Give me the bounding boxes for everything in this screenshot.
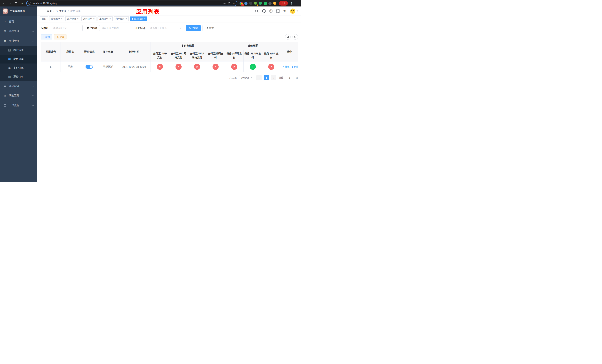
close-icon[interactable]: ×: [93, 18, 95, 20]
app-name-input[interactable]: [51, 25, 83, 31]
goto-page-input[interactable]: [286, 75, 293, 80]
goto-unit: 页: [296, 76, 298, 79]
sidebar-item-home[interactable]: ◔ 首页: [0, 17, 37, 26]
browser-forward-button[interactable]: →: [7, 1, 13, 6]
browser-reload-button[interactable]: [13, 1, 19, 6]
col-alipay-qr: 支付宝扫码支付: [206, 50, 225, 62]
download-icon: [56, 36, 59, 38]
status-toggle[interactable]: [86, 65, 93, 69]
sidebar-item-dev-tools[interactable]: ▧ 研发工具: [0, 91, 37, 101]
extension-icon-7[interactable]: [269, 2, 272, 5]
browser-back-button[interactable]: ←: [1, 1, 7, 6]
col-status: 开启状态: [80, 42, 99, 62]
export-button[interactable]: 导出: [54, 34, 66, 39]
sidebar-toggle-icon[interactable]: [40, 10, 44, 12]
tab-merchant-info[interactable]: 商户信息 ×: [114, 16, 129, 21]
pagination: 共 1 条 10条/页 ‹ 1 › 前往 页: [41, 75, 298, 80]
close-icon[interactable]: ×: [61, 18, 62, 20]
chevron-down-icon: [32, 85, 34, 87]
bookmark-star-icon[interactable]: ☆: [233, 2, 235, 5]
sidebar: 芋道管理系统 ◔ 首页 ⚙ 系统管理 ¥ 支付管理 ▤ 商户信息: [0, 7, 37, 182]
chevron-down-icon: [32, 95, 34, 96]
status-select[interactable]: 请选择开启状态: [148, 25, 184, 31]
group-alipay-config: 支付宝配置: [151, 42, 225, 50]
alipay-app-status-icon: ×: [157, 64, 163, 70]
sidebar-item-app-info[interactable]: ▦ 应用信息: [0, 55, 37, 64]
close-icon[interactable]: ×: [144, 18, 146, 20]
avatar-emoji: [290, 8, 295, 14]
page-number-1[interactable]: 1: [264, 75, 269, 80]
search-icon[interactable]: [255, 9, 259, 13]
close-icon[interactable]: ×: [109, 18, 111, 20]
cell-app-id: 6: [41, 62, 61, 72]
extensions-tray: 10 1: [239, 2, 276, 5]
browser-home-button[interactable]: ⌂: [19, 1, 24, 6]
extension-badge: 1: [257, 4, 258, 6]
extension-icon-1[interactable]: 10: [239, 2, 243, 5]
chevron-down-icon: [251, 77, 252, 78]
merchant-name-input[interactable]: [99, 25, 131, 31]
edit-link[interactable]: 修改: [282, 65, 290, 68]
extension-icon-5[interactable]: [259, 2, 262, 5]
tab-pay-orders[interactable]: 支付订单 ×: [81, 16, 97, 21]
sidebar-item-infrastructure[interactable]: ▣ 基础设施: [0, 81, 37, 91]
status-label: 开启状态: [135, 26, 146, 30]
next-page-button[interactable]: ›: [271, 75, 276, 80]
password-key-icon[interactable]: [223, 2, 226, 5]
extension-icon-2[interactable]: [244, 2, 247, 5]
col-app-id: 应用编号: [41, 42, 61, 62]
address-bar[interactable]: i localhost:1024/pay/app ☆: [26, 1, 237, 6]
table-row: 6 芋道 芋道源码 2021-10-23 08:49:25 × × × × × …: [41, 62, 298, 72]
tab-refund-orders[interactable]: 退款订单 ×: [97, 16, 113, 21]
sidebar-item-merchant-info[interactable]: ▤ 商户信息: [0, 46, 37, 55]
table-toolbar: + 新增 导出: [41, 34, 298, 40]
extension-icon-8[interactable]: [273, 2, 276, 5]
wechat-mini-status-icon: ×: [231, 64, 237, 70]
user-avatar[interactable]: [290, 8, 298, 14]
grid-icon: ▦: [8, 57, 11, 61]
sidebar-item-workflow[interactable]: ◫ 工作流程: [0, 101, 37, 110]
delete-link[interactable]: 删除: [291, 65, 298, 68]
col-wechat-mini: 微信小程序支付: [225, 50, 243, 62]
tab-user-group[interactable]: 用户分组 ×: [65, 16, 80, 21]
sidebar-item-payment[interactable]: ¥ 支付管理: [0, 36, 37, 46]
breadcrumb-home[interactable]: 首页: [47, 10, 52, 13]
tab-app-info[interactable]: 应用信息 ×: [130, 16, 147, 21]
active-dot: [132, 18, 133, 20]
toolbox-icon: ▧: [3, 94, 7, 97]
extension-icon-6[interactable]: [264, 2, 267, 5]
sidebar-item-system[interactable]: ⚙ 系统管理: [0, 26, 37, 36]
breadcrumb-payment[interactable]: 支付管理: [56, 10, 66, 13]
chevron-down-icon: [32, 30, 34, 32]
breadcrumb-current: 应用信息: [70, 10, 81, 13]
close-icon[interactable]: ×: [126, 18, 127, 20]
sidebar-item-pay-orders[interactable]: ◉ 支付订单: [0, 64, 37, 72]
github-icon[interactable]: [262, 9, 266, 13]
fullscreen-icon[interactable]: [276, 9, 280, 13]
toggle-search-button[interactable]: [285, 34, 291, 40]
add-button[interactable]: + 新增: [41, 34, 52, 39]
url-text: localhost:1024/pay/app: [32, 2, 221, 5]
page-size-select[interactable]: 10条/页: [239, 75, 254, 80]
col-alipay-app: 支付宝 APP 支付: [151, 50, 169, 62]
tab-process-form[interactable]: 流程表单 ×: [49, 16, 64, 21]
close-icon[interactable]: ×: [77, 18, 78, 20]
help-icon[interactable]: ?: [269, 9, 273, 13]
prev-page-button[interactable]: ‹: [256, 75, 262, 80]
sidebar-item-refund-orders[interactable]: ▥ 退款订单: [0, 72, 37, 81]
app-logo: 芋道管理系统: [0, 7, 37, 16]
font-size-icon[interactable]: TT: [283, 9, 287, 13]
extension-badge: 10: [241, 4, 244, 6]
page-title: 应用列表: [136, 8, 160, 16]
refresh-button[interactable]: [292, 34, 298, 40]
reset-button[interactable]: 重置: [203, 25, 217, 31]
browser-chrome: ← → ⌂ i localhost:1024/pay/app ☆ 10 1: [0, 0, 301, 7]
extension-icon-3[interactable]: [249, 2, 252, 5]
search-button[interactable]: 搜索: [186, 25, 201, 31]
extension-icon-4[interactable]: 1: [254, 2, 257, 5]
site-info-icon[interactable]: i: [29, 2, 31, 5]
share-icon[interactable]: [228, 2, 230, 5]
browser-menu-icon[interactable]: ⋮: [290, 2, 293, 5]
tab-home[interactable]: 首页: [40, 16, 48, 21]
browser-update-button[interactable]: 更新: [279, 1, 288, 6]
